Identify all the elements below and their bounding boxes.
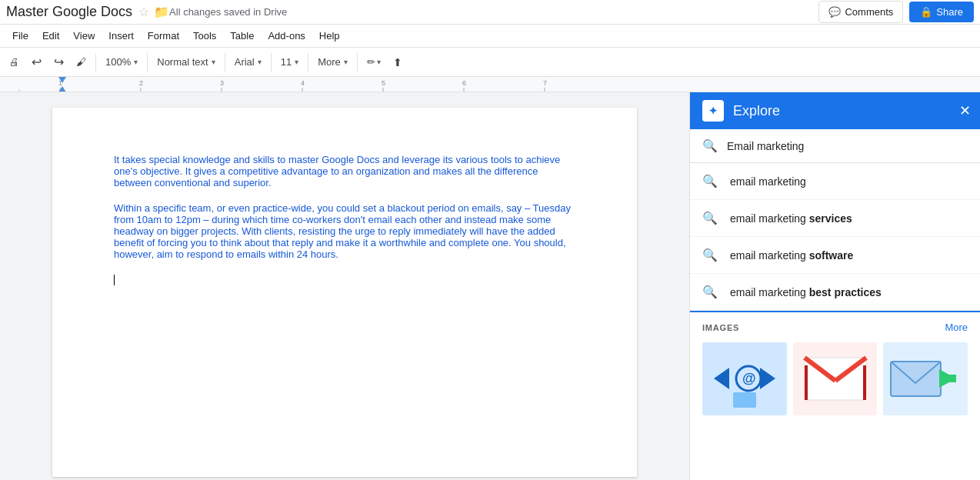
suggestion-text-4: email marketing best practices bbox=[730, 286, 882, 298]
menu-table[interactable]: Table bbox=[224, 27, 260, 45]
menu-bar: File Edit View Insert Format Tools Table… bbox=[0, 25, 980, 48]
search-icon-4: 🔍 bbox=[702, 285, 718, 299]
images-section: IMAGES More @ bbox=[690, 312, 980, 480]
title-bar: Master Google Docs ☆ 📁 All changes saved… bbox=[0, 0, 980, 25]
suggestion-email-marketing-best-practices[interactable]: 🔍 email marketing best practices bbox=[690, 274, 980, 311]
svg-text:@: @ bbox=[742, 371, 756, 386]
cursor-line[interactable] bbox=[114, 274, 575, 285]
share-button[interactable]: 🔒 Share bbox=[909, 2, 974, 22]
svg-text:6: 6 bbox=[462, 79, 466, 87]
svg-rect-22 bbox=[733, 392, 756, 408]
style-selector[interactable]: Normal text ▾ bbox=[152, 54, 219, 70]
size-caret-icon: ▾ bbox=[295, 58, 298, 66]
svg-marker-21 bbox=[760, 368, 775, 389]
print-icon: 🖨 bbox=[9, 56, 19, 68]
images-label: IMAGES bbox=[702, 323, 739, 332]
image-thumb-2[interactable] bbox=[793, 342, 878, 415]
zoom-selector[interactable]: 100% ▾ bbox=[101, 54, 142, 70]
suggestion-email-marketing-software[interactable]: 🔍 email marketing software bbox=[690, 237, 980, 274]
suggestions-list: 🔍 email marketing 🔍 email marketing serv… bbox=[690, 163, 980, 312]
pen-color-button[interactable]: ✏ ▾ bbox=[362, 53, 385, 71]
folder-icon[interactable]: 📁 bbox=[154, 5, 169, 19]
paragraph-1: It takes special knowledge and skills to… bbox=[114, 154, 575, 188]
suggestion-email-marketing-services[interactable]: 🔍 email marketing services bbox=[690, 200, 980, 237]
search-icon-1: 🔍 bbox=[702, 174, 718, 188]
search-icon: 🔍 bbox=[702, 138, 718, 153]
paragraph-2: Within a specific team, or even practice… bbox=[114, 202, 575, 260]
svg-marker-18 bbox=[714, 368, 729, 389]
font-size-selector[interactable]: 11 ▾ bbox=[276, 54, 303, 70]
document-title[interactable]: Master Google Docs bbox=[6, 4, 132, 20]
menu-view[interactable]: View bbox=[67, 27, 101, 45]
toolbar-divider-4 bbox=[271, 53, 272, 72]
menu-help[interactable]: Help bbox=[313, 27, 346, 45]
more-selector[interactable]: More ▾ bbox=[313, 54, 352, 70]
style-caret-icon: ▾ bbox=[212, 58, 215, 66]
save-status: All changes saved in Drive bbox=[169, 6, 287, 18]
suggestion-text-3: email marketing software bbox=[730, 249, 853, 262]
pen-icon: ✏ bbox=[367, 56, 375, 68]
svg-text:2: 2 bbox=[139, 79, 143, 87]
menu-file[interactable]: File bbox=[6, 27, 35, 45]
menu-addons[interactable]: Add-ons bbox=[262, 27, 311, 45]
document-area[interactable]: It takes special knowledge and skills to… bbox=[0, 92, 689, 480]
svg-rect-31 bbox=[945, 375, 956, 382]
menu-format[interactable]: Format bbox=[142, 27, 185, 45]
search-icon-3: 🔍 bbox=[702, 248, 718, 262]
explore-search-input[interactable] bbox=[727, 140, 968, 152]
toolbar-divider-3 bbox=[225, 53, 225, 72]
title-bar-actions: 💬 Comments 🔒 Share bbox=[818, 1, 974, 23]
svg-text:4: 4 bbox=[301, 79, 305, 87]
comments-button[interactable]: 💬 Comments bbox=[818, 1, 903, 23]
toolbar-divider-6 bbox=[357, 53, 358, 72]
menu-insert[interactable]: Insert bbox=[102, 27, 140, 45]
toolbar-divider-2 bbox=[147, 53, 148, 72]
explore-panel: ✦ Explore ✕ 🔍 🔍 email marketing 🔍 email … bbox=[689, 92, 980, 480]
print-button[interactable]: 🖨 bbox=[5, 53, 24, 71]
svg-text:7: 7 bbox=[543, 79, 547, 87]
suggestion-text-2: email marketing services bbox=[730, 212, 852, 225]
image-thumb-1[interactable]: @ bbox=[702, 342, 787, 415]
search-icon-2: 🔍 bbox=[702, 211, 718, 225]
ruler: 1 2 3 4 5 6 7 bbox=[0, 77, 980, 92]
explore-star-icon: ✦ bbox=[702, 100, 724, 122]
paint-format-button[interactable]: 🖌 bbox=[72, 53, 91, 71]
undo-button[interactable]: ↩ bbox=[27, 52, 46, 72]
suggestion-email-marketing[interactable]: 🔍 email marketing bbox=[690, 163, 980, 200]
pen-caret-icon: ▾ bbox=[377, 58, 381, 66]
toolbar-divider-5 bbox=[308, 53, 308, 72]
font-selector[interactable]: Arial ▾ bbox=[230, 54, 266, 70]
svg-text:3: 3 bbox=[220, 79, 224, 87]
comment-bubble-icon: 💬 bbox=[828, 6, 841, 18]
zoom-caret-icon: ▾ bbox=[134, 58, 138, 66]
toolbar-divider-1 bbox=[95, 53, 96, 72]
menu-tools[interactable]: Tools bbox=[187, 27, 222, 45]
image-thumb-3[interactable] bbox=[883, 342, 968, 415]
document-page[interactable]: It takes special knowledge and skills to… bbox=[52, 108, 637, 477]
explore-header: ✦ Explore ✕ bbox=[690, 92, 980, 129]
expand-icon: ⬆ bbox=[393, 56, 402, 68]
redo-button[interactable]: ↪ bbox=[49, 52, 68, 72]
svg-rect-27 bbox=[805, 365, 808, 400]
svg-rect-28 bbox=[863, 365, 866, 400]
paint-format-icon: 🖌 bbox=[76, 56, 86, 68]
more-caret-icon: ▾ bbox=[344, 58, 348, 66]
explore-title: Explore bbox=[733, 103, 968, 119]
main-area: It takes special knowledge and skills to… bbox=[0, 92, 980, 480]
images-more-link[interactable]: More bbox=[945, 322, 968, 333]
redo-icon: ↪ bbox=[54, 55, 64, 69]
star-icon[interactable]: ☆ bbox=[138, 5, 149, 19]
toolbar: 🖨 ↩ ↪ 🖌 100% ▾ Normal text ▾ Arial ▾ 11 … bbox=[0, 48, 980, 77]
svg-rect-29 bbox=[891, 362, 941, 396]
font-caret-icon: ▾ bbox=[258, 58, 262, 66]
explore-search-bar: 🔍 bbox=[690, 129, 980, 163]
undo-icon: ↩ bbox=[32, 55, 42, 69]
text-cursor bbox=[114, 275, 115, 285]
svg-text:5: 5 bbox=[382, 79, 385, 87]
suggestion-text-1: email marketing bbox=[730, 175, 806, 188]
ruler-svg: 1 2 3 4 5 6 7 bbox=[6, 77, 974, 92]
close-icon[interactable]: ✕ bbox=[959, 102, 971, 119]
expand-button[interactable]: ⬆ bbox=[388, 53, 407, 72]
menu-edit[interactable]: Edit bbox=[36, 27, 65, 45]
lock-icon: 🔒 bbox=[920, 6, 932, 18]
